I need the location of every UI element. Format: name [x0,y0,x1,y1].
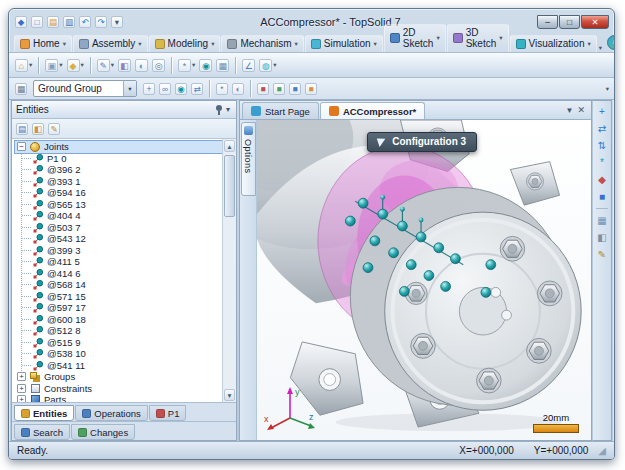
expand-icon[interactable]: + [17,384,26,393]
tab-visualization[interactable]: Visualization▾ [510,35,597,52]
app-logo-icon[interactable]: ◆ [14,15,28,29]
tree-item-joint[interactable]: @597 17 [22,302,222,314]
pivot-icon[interactable]: ◉ [174,82,188,96]
tree-item-joint[interactable]: @396 2 [22,164,222,176]
edit-entity-icon[interactable]: ✎ [47,122,61,136]
minimize-button[interactable]: – [537,15,558,29]
tree-item-joint[interactable]: @538 10 [22,348,222,360]
doc-tab-accompressor-[interactable]: ACCompressor* [320,102,425,119]
scrollbar-thumb[interactable] [224,155,235,217]
scroll-up-icon[interactable]: ▲ [224,140,235,152]
tab-mechanism[interactable]: Mechanism▾ [221,35,303,52]
tree-scrollbar[interactable]: ▲ ▼ [222,139,236,402]
expand-icon[interactable]: + [17,395,26,402]
tab-assembly[interactable]: Assembly▾ [73,35,148,52]
blue-state-icon[interactable]: ■ [288,82,302,96]
shape-icon[interactable]: ◧ [117,58,132,73]
tree-item-joint[interactable]: @543 12 [22,233,222,245]
tree-node-constraints[interactable]: +Constraints [15,383,222,395]
tab-2d-sketch[interactable]: 2D Sketch▾ [384,24,446,52]
open-icon[interactable]: ▤ [46,15,60,29]
tree-item-joint[interactable]: @600 18 [22,314,222,326]
qat-customize-icon[interactable]: ▾ [110,15,124,29]
tab-home[interactable]: Home▾ [14,35,72,52]
hole-icon[interactable]: ◎ [151,58,166,73]
ground-group-select[interactable]: Ground Group ▾ [33,80,137,97]
measure-icon[interactable]: ∠ [241,58,256,73]
grid-icon[interactable]: ▦ [594,213,610,228]
undo-icon[interactable]: ↶ [78,15,92,29]
green-state-icon[interactable]: ■ [272,82,286,96]
sub-toolbar-overflow-icon[interactable]: ▾ [606,85,609,93]
visualization-tool-icon[interactable]: ◍▾ [258,58,277,73]
orange-state-icon[interactable]: ■ [304,82,318,96]
scrollbar-track[interactable] [224,153,235,388]
sketch-icon[interactable]: ✎▾ [96,58,115,73]
maximize-button[interactable]: □ [559,15,580,29]
tree-item-joint[interactable]: @414 6 [22,268,222,280]
scroll-down-icon[interactable]: ▼ [224,389,235,401]
tree-item-joint[interactable]: @541 11 [22,360,222,372]
tree-item-joint[interactable]: P1 0 [22,153,222,165]
constraint-tool-icon[interactable]: ▦ [215,58,230,73]
tree-item-joint[interactable]: @594 16 [22,187,222,199]
add-joint-icon[interactable]: + [142,82,156,96]
panel-tab-search[interactable]: Search [14,424,70,440]
zoom-icon[interactable]: ⇅ [594,138,610,153]
resize-grip[interactable]: ◢ [598,445,606,456]
save-icon[interactable]: ▥ [62,15,76,29]
magnet-icon[interactable]: ◆ [594,172,610,187]
section-icon[interactable]: ◧ [594,230,610,245]
expand-icon[interactable]: + [17,372,26,381]
revolve-icon[interactable]: ◐ [134,58,149,73]
doc-tab-start-page[interactable]: Start Page [242,102,319,119]
mechanism-group-icon[interactable]: *▾ [177,58,196,73]
part-icon[interactable]: ◆▾ [66,58,85,73]
zoom-fit-icon[interactable]: + [594,104,610,119]
pin-icon[interactable] [214,104,224,116]
new-document-icon[interactable]: □ [30,15,44,29]
home-group-icon[interactable]: ⌂▾ [14,58,33,73]
pan-icon[interactable]: ⇄ [594,121,610,136]
ribbon-overflow-icon[interactable]: ▾ [599,44,602,52]
slider-joint-icon[interactable]: ⇄ [190,82,204,96]
panel-tab-entities[interactable]: Entities [14,405,74,421]
joint-tool-icon[interactable]: ◉ [198,58,213,73]
tree-item-joint[interactable]: @565 13 [22,199,222,211]
link-icon[interactable]: ∞ [158,82,172,96]
tree-item-joint[interactable]: @503 7 [22,222,222,234]
doc-tabs-chevron-down-icon[interactable]: ▼ [566,106,574,115]
iso-view-icon[interactable]: ■ [594,189,610,204]
cam-icon[interactable]: ◐ [231,82,245,96]
tree-item-joint[interactable]: @515 9 [22,337,222,349]
tree-item-joint[interactable]: @393 1 [22,176,222,188]
panel-tab-p1[interactable]: P1 [149,405,187,421]
assembly-icon[interactable]: ▣▾ [44,58,63,73]
edit-view-icon[interactable]: ✎ [594,247,610,262]
rotate-view-icon[interactable]: * [594,155,610,170]
panel-tab-changes[interactable]: Changes [71,424,135,440]
tab-3d-sketch[interactable]: 3D Sketch▾ [447,24,509,52]
tree-node-parts[interactable]: +Parts [15,394,222,402]
red-state-icon[interactable]: ■ [256,82,270,96]
tree-item-joint[interactable]: @404 4 [22,210,222,222]
group-view-icon[interactable]: ◧ [31,122,45,136]
gear-icon[interactable]: * [215,82,229,96]
tree-node-groups[interactable]: +Groups [15,371,222,383]
ground-icon[interactable]: ▦ [14,82,28,96]
tab-simulation[interactable]: Simulation▾ [305,35,383,52]
tree-item-joint[interactable]: @399 3 [22,245,222,257]
redo-icon[interactable]: ↷ [94,15,108,29]
tree-item-joint[interactable]: @411 5 [22,256,222,268]
close-button[interactable]: ✕ [581,15,609,29]
ground-group-dropdown-icon[interactable]: ▾ [123,81,136,96]
tree-item-joint[interactable]: @512 8 [22,325,222,337]
doc-tab-close-icon[interactable]: ✕ [577,105,585,115]
tree-view-icon[interactable]: ▤ [15,122,29,136]
tab-modeling[interactable]: Modeling▾ [149,35,221,52]
tree-item-joint[interactable]: @568 14 [22,279,222,291]
tree-item-joint[interactable]: @571 15 [22,291,222,303]
3d-viewport[interactable]: Configuration 3 y x z [257,120,591,440]
tree-node-joints[interactable]: −Joints [15,141,222,153]
collapse-icon[interactable]: − [17,142,26,151]
